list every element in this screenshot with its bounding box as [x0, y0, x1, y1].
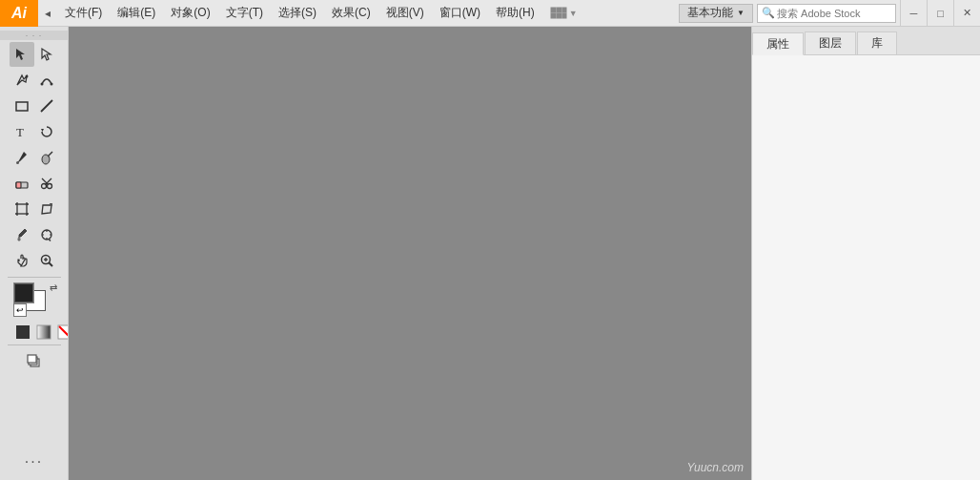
- menu-object[interactable]: 对象(O): [163, 0, 217, 26]
- tool-row-artboard: [0, 197, 68, 221]
- blob-brush-tool-icon: [39, 150, 54, 165]
- fill-solid-icon: [15, 324, 31, 340]
- menubar: 文件(F) 编辑(E) 对象(O) 文字(T) 选择(S) 效果(C) 视图(V…: [57, 0, 679, 26]
- toolbar-handle[interactable]: · · ·: [0, 31, 68, 40]
- svg-line-10: [41, 100, 52, 112]
- rotate-tool[interactable]: [34, 119, 59, 144]
- fill-none-button[interactable]: [55, 323, 70, 342]
- direct-selection-tool[interactable]: [34, 42, 59, 67]
- zoom-tool[interactable]: [34, 248, 59, 273]
- fill-gradient-icon: [36, 324, 51, 340]
- eraser-tool-icon: [14, 176, 30, 191]
- toolbar: · · ·: [0, 27, 69, 480]
- fill-gradient-button[interactable]: [34, 323, 53, 342]
- svg-line-15: [48, 152, 52, 157]
- fill-solid-button[interactable]: [13, 323, 32, 342]
- paintbrush-tool[interactable]: [10, 145, 34, 170]
- paintbrush-tool-icon: [14, 150, 30, 165]
- menu-view[interactable]: 视图(V): [378, 0, 432, 26]
- measure-tool[interactable]: [34, 222, 59, 247]
- rectangle-tool[interactable]: [10, 94, 34, 118]
- tab-layers[interactable]: 图层: [805, 31, 856, 54]
- svg-rect-42: [16, 325, 30, 339]
- search-bar[interactable]: 🔍: [757, 4, 896, 23]
- svg-line-37: [49, 240, 51, 241]
- svg-rect-0: [551, 8, 556, 12]
- canvas-area[interactable]: Yuucn.com: [69, 27, 751, 480]
- hand-tool[interactable]: [10, 248, 34, 273]
- line-tool-icon: [39, 98, 54, 114]
- stroke-color-swatch[interactable]: [13, 282, 34, 303]
- eyedropper-tool-icon: [14, 227, 30, 242]
- menu-select[interactable]: 选择(S): [271, 0, 324, 26]
- svg-point-8: [50, 83, 52, 86]
- svg-marker-12: [41, 129, 44, 132]
- color-area: ⇄ ↩: [6, 282, 63, 342]
- swap-colors-button[interactable]: ⇄: [50, 282, 57, 293]
- panel-content: [752, 55, 980, 480]
- tool-separator-2: [8, 344, 61, 345]
- svg-point-7: [40, 83, 43, 86]
- more-tools-area: ···: [0, 449, 68, 480]
- tool-row-text: T: [0, 119, 68, 144]
- svg-point-13: [16, 161, 19, 164]
- workspace-dropdown-icon: ▼: [737, 9, 745, 17]
- svg-rect-1: [557, 8, 561, 12]
- svg-point-6: [25, 75, 28, 78]
- svg-rect-48: [28, 355, 36, 363]
- restore-button[interactable]: □: [927, 0, 953, 27]
- arrange-tool[interactable]: [22, 348, 47, 373]
- scissors-tool[interactable]: [34, 171, 59, 196]
- window-controls: ─ □ ✕: [900, 0, 980, 27]
- eraser-tool[interactable]: [10, 171, 34, 196]
- pen-tool-icon: [14, 73, 30, 88]
- selection-tool[interactable]: [10, 42, 34, 67]
- default-colors-button[interactable]: ↩: [13, 303, 27, 317]
- rotate-tool-icon: [39, 124, 54, 139]
- menu-window[interactable]: 窗口(W): [432, 0, 488, 26]
- watermark: Yuucn.com: [686, 461, 744, 474]
- free-transform-tool-icon: [39, 201, 54, 217]
- text-tool[interactable]: T: [10, 119, 34, 144]
- svg-rect-22: [17, 204, 27, 214]
- grid-icon: [550, 7, 567, 20]
- svg-rect-43: [37, 325, 51, 339]
- tool-row-selection: [0, 42, 68, 67]
- curvature-tool[interactable]: [34, 68, 59, 93]
- free-transform-tool[interactable]: [34, 197, 59, 221]
- svg-line-39: [49, 262, 52, 266]
- more-tools-button[interactable]: ···: [22, 449, 47, 474]
- minimize-button[interactable]: ─: [900, 0, 927, 27]
- canvas-content: [69, 27, 751, 480]
- tool-row-hand: [0, 248, 68, 273]
- menu-file[interactable]: 文件(F): [57, 0, 110, 26]
- tab-library[interactable]: 库: [857, 31, 897, 54]
- titlebar: Ai ◂ 文件(F) 编辑(E) 对象(O) 文字(T) 选择(S) 效果(C)…: [0, 0, 980, 27]
- fill-stroke-row: [13, 323, 70, 342]
- fill-none-icon: [57, 324, 70, 340]
- eyedropper-tool[interactable]: [10, 222, 34, 247]
- toolbar-dots: · · ·: [26, 31, 43, 40]
- tab-properties[interactable]: 属性: [752, 32, 804, 55]
- line-tool[interactable]: [34, 94, 59, 118]
- tool-row-eraser: [0, 171, 68, 196]
- right-panel: 属性 图层 库: [751, 27, 980, 480]
- search-input[interactable]: [777, 8, 891, 19]
- pen-tool[interactable]: [10, 68, 34, 93]
- menu-help[interactable]: 帮助(H): [488, 0, 542, 26]
- close-button[interactable]: ✕: [953, 0, 980, 27]
- view-options[interactable]: ▼: [550, 7, 578, 20]
- tool-row-brush: [0, 145, 68, 170]
- menu-edit[interactable]: 编辑(E): [110, 0, 163, 26]
- tool-row-arrange: [0, 348, 68, 373]
- menu-text[interactable]: 文字(T): [218, 0, 271, 26]
- workspace-label: 基本功能: [687, 5, 733, 21]
- selection-tool-icon: [14, 47, 30, 62]
- blob-brush-tool[interactable]: [34, 145, 59, 170]
- tool-row-shape: [0, 94, 68, 118]
- artboard-tool[interactable]: [10, 197, 34, 221]
- workspace-selector[interactable]: 基本功能 ▼: [679, 4, 753, 23]
- svg-text:T: T: [16, 125, 24, 139]
- menu-collapse-arrow[interactable]: ◂: [38, 0, 57, 27]
- menu-effect[interactable]: 效果(C): [324, 0, 378, 26]
